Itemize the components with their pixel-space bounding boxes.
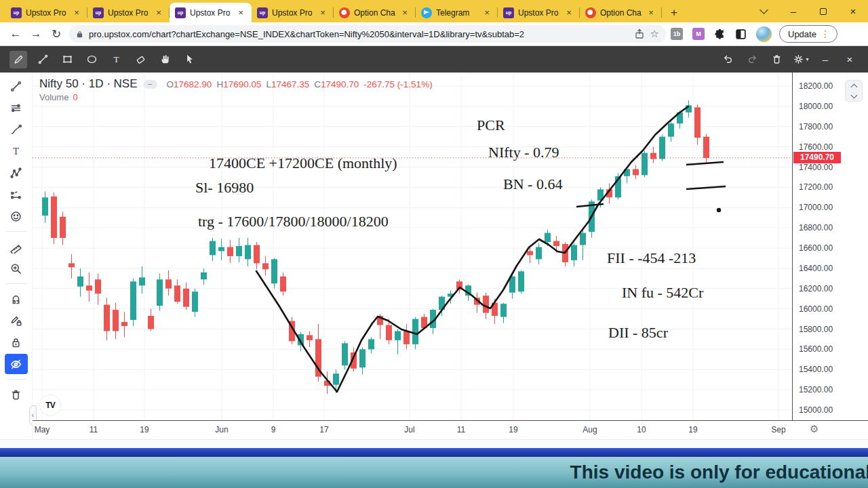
back-button[interactable]: ← xyxy=(5,27,26,41)
time-tick: 17 xyxy=(319,425,328,434)
trash-button[interactable] xyxy=(768,51,785,68)
ohlc-readout: O17682.90H17690.05L17467.35C17490.70-267… xyxy=(167,79,433,89)
price-tick: 16800.00 xyxy=(799,223,833,232)
extension-1b-icon[interactable]: 1b xyxy=(671,28,683,40)
update-button[interactable]: Update ⋮ xyxy=(779,25,837,43)
ruler-tool[interactable] xyxy=(5,237,28,257)
hand-tool[interactable] xyxy=(156,51,174,68)
time-tick: 19 xyxy=(688,425,697,434)
text-icon: T xyxy=(111,54,122,65)
axis-settings-gear-icon[interactable]: ⚙ xyxy=(810,423,818,435)
parallel-lines-tool[interactable] xyxy=(5,98,28,118)
magnet-tool[interactable] xyxy=(5,289,28,309)
svg-text:T: T xyxy=(113,54,119,64)
magnet-icon xyxy=(9,293,22,306)
blue-divider-bar xyxy=(0,448,868,457)
browser-tab-upstox-pro[interactable]: upUpstox Pro× xyxy=(5,3,87,22)
new-tab-button[interactable]: + xyxy=(665,3,684,22)
bookmark-star-icon[interactable]: ☆ xyxy=(650,28,659,40)
time-tick: May xyxy=(35,425,50,434)
long-position-icon xyxy=(9,188,22,201)
long-position-tool[interactable] xyxy=(5,184,28,205)
text-tool[interactable]: T xyxy=(107,51,125,68)
time-axis[interactable]: May1119Jun917Jul1119Aug1019Sep xyxy=(33,420,792,439)
tab-close-icon[interactable]: × xyxy=(153,7,164,18)
browser-tab-upstox-pro[interactable]: upUpstox Pro× xyxy=(252,3,334,22)
pencil-tool[interactable] xyxy=(9,51,27,68)
address-bar[interactable]: pro.upstox.com/chart?chartExchange=NSE_I… xyxy=(69,25,666,43)
browser-tab-option-chain[interactable]: Option Chain× xyxy=(334,3,416,22)
chart-canvas[interactable]: Nifty 50 · 1D · NSE – O17682.90H17690.05… xyxy=(33,73,792,420)
tab-close-icon[interactable]: × xyxy=(399,7,410,18)
zoom-in-tool[interactable] xyxy=(5,258,28,279)
hand-drawn-segment xyxy=(686,186,726,189)
cursor-tool[interactable] xyxy=(180,51,198,68)
minimize-button[interactable]: – xyxy=(816,51,834,68)
share-icon[interactable] xyxy=(634,28,645,39)
close-button[interactable]: × xyxy=(841,51,859,68)
parallel-lines-icon xyxy=(9,102,22,115)
toolbar-divider xyxy=(6,231,26,232)
rectangle-icon xyxy=(62,54,73,65)
ruler-icon xyxy=(9,241,22,253)
close-window-button[interactable]: × xyxy=(838,0,868,22)
eraser-tool[interactable] xyxy=(132,51,149,68)
tab-close-icon[interactable]: × xyxy=(71,7,82,18)
scroll-to-latest-widget[interactable] xyxy=(845,80,863,102)
time-tick: Sep xyxy=(771,425,785,434)
minimize-window-button[interactable]: – xyxy=(778,0,808,22)
rectangle-tool[interactable] xyxy=(58,51,76,68)
extensions-puzzle-icon[interactable] xyxy=(714,28,726,40)
emoji-tool[interactable] xyxy=(5,206,28,226)
tab-close-icon[interactable]: × xyxy=(564,7,574,18)
price-tick: 16200.00 xyxy=(799,284,833,293)
tab-close-icon[interactable]: × xyxy=(481,7,492,18)
browser-tab-upstox-pro[interactable]: upUpstox Pro× xyxy=(170,3,252,22)
browser-tab-upstox-pro[interactable]: upUpstox Pro× xyxy=(87,3,170,22)
drawn-text-annotation: 17400CE +17200CE (monthly) xyxy=(209,155,397,172)
redo-icon xyxy=(747,54,758,65)
tab-close-icon[interactable]: × xyxy=(317,7,328,18)
price-axis[interactable]: 18200.0018000.0017800.0017600.0017400.00… xyxy=(792,73,868,420)
trend-line-tool[interactable] xyxy=(5,76,28,96)
upstox-favicon: up xyxy=(257,7,268,18)
price-tick: 15800.00 xyxy=(799,325,833,334)
tab-list: upUpstox Pro×upUpstox Pro×upUpstox Pro×u… xyxy=(0,0,662,22)
restore-window-button[interactable] xyxy=(808,0,838,22)
hand-icon xyxy=(159,54,171,65)
browser-tab-telegram[interactable]: Telegram× xyxy=(416,3,498,22)
undo-button[interactable] xyxy=(719,51,736,68)
browser-tab-option-chain[interactable]: Option Chain× xyxy=(580,3,662,22)
forward-button[interactable]: → xyxy=(26,27,46,41)
settings-button[interactable]: ▾ xyxy=(792,51,810,68)
text-tool[interactable]: T xyxy=(5,141,28,161)
ellipse-tool[interactable] xyxy=(83,51,100,68)
reload-button[interactable]: ↻ xyxy=(46,27,66,41)
extension-m-icon[interactable]: M xyxy=(692,28,705,40)
browser-nav-bar: ← → ↻ pro.upstox.com/chart?chartExchange… xyxy=(0,22,868,46)
browser-tab-upstox-pro[interactable]: upUpstox Pro× xyxy=(498,3,580,22)
hide-drawings-tool[interactable] xyxy=(5,354,28,374)
xabcd-pattern-tool[interactable] xyxy=(5,163,28,183)
url-text: pro.upstox.com/chart?chartExchange=NSE_I… xyxy=(89,29,629,39)
draw-lock-tool[interactable] xyxy=(5,310,28,331)
tab-label: Upstox Pro xyxy=(190,8,231,18)
trash-tool[interactable] xyxy=(5,384,28,405)
browser-tab-bar: upUpstox Pro×upUpstox Pro×upUpstox Pro×u… xyxy=(0,0,868,22)
legend-collapse-button[interactable]: – xyxy=(143,80,157,89)
drawn-text-annotation: FII - -454 -213 xyxy=(607,249,696,267)
price-tick: 16400.00 xyxy=(799,264,833,273)
trend-line-tool[interactable] xyxy=(34,51,52,68)
redo-button[interactable] xyxy=(743,51,761,68)
reading-list-icon[interactable] xyxy=(735,28,747,40)
browser-menu-icon[interactable]: ⋮ xyxy=(816,28,834,39)
time-tick: Jun xyxy=(215,425,228,434)
tradingview-logo[interactable]: TV xyxy=(39,394,61,416)
lock-tool[interactable] xyxy=(5,332,28,352)
tab-close-icon[interactable]: × xyxy=(646,7,656,18)
drawn-text-annotation: NIfty - 0.79 xyxy=(488,144,559,161)
profile-avatar[interactable] xyxy=(756,26,772,42)
tab-search-chevron-icon[interactable] xyxy=(749,0,778,22)
brush-tool[interactable] xyxy=(5,119,28,140)
tab-close-icon[interactable]: × xyxy=(235,7,246,18)
